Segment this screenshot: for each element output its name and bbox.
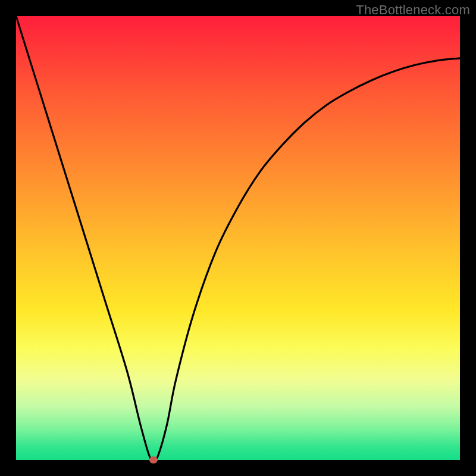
line-series bbox=[16, 16, 460, 460]
watermark-text: TheBottleneck.com bbox=[356, 2, 470, 18]
optimal-point-marker bbox=[149, 456, 158, 464]
plot-area bbox=[16, 16, 460, 460]
chart-frame: TheBottleneck.com bbox=[0, 0, 476, 476]
bottleneck-curve-path bbox=[16, 16, 460, 460]
